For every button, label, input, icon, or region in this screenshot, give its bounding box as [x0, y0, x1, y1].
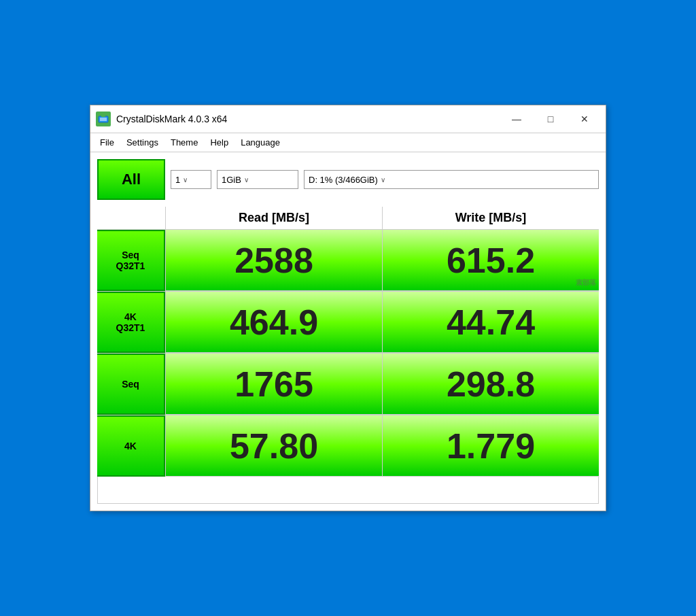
empty-header — [97, 207, 165, 230]
menu-help[interactable]: Help — [205, 135, 234, 150]
size-chevron-icon: ∨ — [244, 176, 249, 184]
window-title: CrystalDiskMark 4.0.3 x64 — [116, 114, 501, 124]
count-select[interactable]: 1 ∨ — [171, 170, 211, 189]
count-chevron-icon: ∨ — [183, 176, 188, 184]
title-bar: CrystalDiskMark 4.0.3 x64 — □ ✕ — [90, 105, 606, 133]
menu-settings[interactable]: Settings — [121, 135, 164, 150]
menu-bar: File Settings Theme Help Language — [90, 133, 606, 152]
content-area: All 1 ∨ 1GiB ∨ D: 1% (3/466GiB) ∨ Read [… — [90, 152, 606, 511]
svg-rect-1 — [100, 118, 107, 121]
read-value-seq-q32t1: 2588 — [165, 230, 382, 291]
row-label-seq: Seq — [97, 354, 165, 415]
write-value-seq: 298.8 — [382, 354, 599, 415]
table-row: 4K 57.80 1.779 — [97, 415, 599, 477]
close-button[interactable]: ✕ — [569, 109, 600, 129]
menu-theme[interactable]: Theme — [165, 135, 203, 150]
watermark: 素部落 — [576, 278, 596, 288]
svg-rect-2 — [101, 115, 105, 117]
window-controls: — □ ✕ — [501, 109, 600, 129]
minimize-button[interactable]: — — [501, 109, 532, 129]
drive-chevron-icon: ∨ — [381, 176, 385, 184]
status-bar — [97, 477, 599, 504]
write-value-seq-q32t1: 615.2 素部落 — [382, 230, 599, 291]
maximize-button[interactable]: □ — [535, 109, 566, 129]
drive-select[interactable]: D: 1% (3/466GiB) ∨ — [304, 170, 599, 189]
data-grid: Seq Q32T1 2588 615.2 素部落 4K Q32T1 464.9 … — [97, 230, 599, 477]
row-label-seq-q32t1: Seq Q32T1 — [97, 230, 165, 291]
row-label-4k: 4K — [97, 415, 165, 477]
toolbar: All 1 ∨ 1GiB ∨ D: 1% (3/466GiB) ∨ — [97, 159, 599, 200]
read-value-4k: 57.80 — [165, 415, 382, 477]
menu-file[interactable]: File — [94, 135, 120, 150]
write-value-4k-q32t1: 44.74 — [382, 292, 599, 353]
table-row: Seq 1765 298.8 — [97, 354, 599, 415]
column-headers: Read [MB/s] Write [MB/s] — [97, 207, 599, 230]
app-icon — [96, 112, 111, 126]
write-value-4k: 1.779 — [382, 415, 599, 477]
write-header: Write [MB/s] — [382, 207, 599, 230]
read-value-4k-q32t1: 464.9 — [165, 292, 382, 353]
main-window: CrystalDiskMark 4.0.3 x64 — □ ✕ File Set… — [90, 105, 606, 511]
read-value-seq: 1765 — [165, 354, 382, 415]
all-button[interactable]: All — [97, 159, 165, 200]
table-row: 4K Q32T1 464.9 44.74 — [97, 292, 599, 354]
size-select[interactable]: 1GiB ∨ — [217, 170, 298, 189]
row-label-4k-q32t1: 4K Q32T1 — [97, 292, 165, 353]
menu-language[interactable]: Language — [235, 135, 285, 150]
read-header: Read [MB/s] — [165, 207, 382, 230]
table-row: Seq Q32T1 2588 615.2 素部落 — [97, 230, 599, 292]
